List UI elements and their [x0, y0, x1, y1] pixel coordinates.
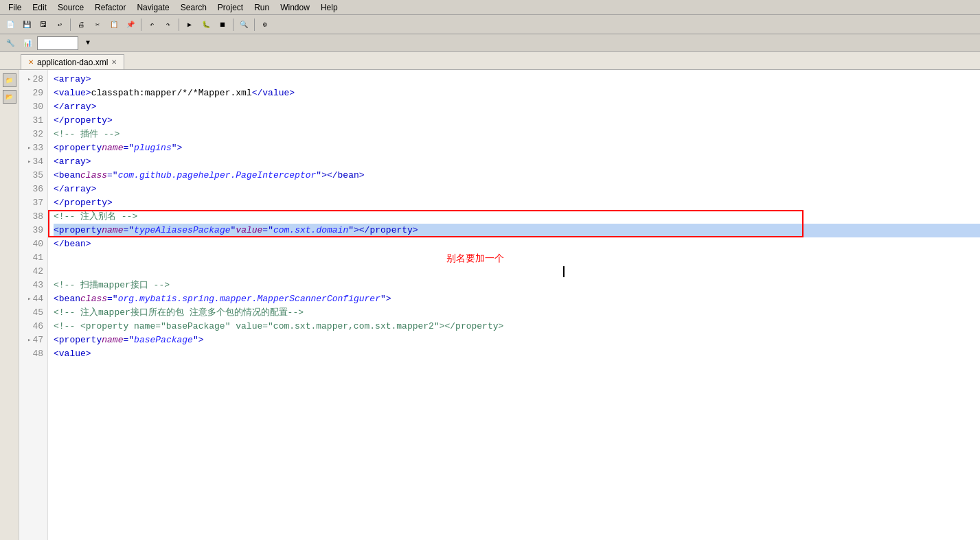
left-panel: 📁 📂 — [0, 70, 19, 540]
line-number-35: 35 — [19, 169, 43, 183]
menu-refactor[interactable]: Refactor — [89, 1, 131, 14]
annotation-text: 别名要加一个 — [446, 251, 504, 265]
toolbar-print[interactable]: 🖨 — [73, 17, 89, 32]
toolbar2-dropdown[interactable]: ▼ — [80, 36, 95, 51]
code-line-29[interactable]: <value>classpath:mapper/*/*Mapper.xml</v… — [54, 86, 980, 100]
toolbar-cut[interactable]: ✂ — [90, 17, 105, 32]
line-numbers: ▸2829303132▸33▸34353637383940414243▸4445… — [19, 70, 48, 540]
sep5 — [254, 19, 255, 31]
line-number-48: 48 — [19, 347, 43, 361]
code-line-35[interactable]: <bean class="com.github.pagehelper.PageI… — [54, 169, 980, 183]
code-line-46[interactable]: <!-- <property name="basePackage" value=… — [54, 320, 980, 333]
xml-file-icon: ✕ — [28, 58, 34, 66]
code-line-34[interactable]: <array> — [54, 155, 980, 169]
code-line-44[interactable]: <bean class="org.mybatis.spring.mapper.M… — [54, 292, 980, 306]
code-line-31[interactable]: </property> — [54, 114, 980, 128]
toolbar-stop[interactable]: ⏹ — [215, 17, 230, 32]
toolbar2-btn1[interactable]: 🔧 — [3, 36, 18, 51]
line-number-29: 29 — [19, 86, 43, 100]
toolbar-revert[interactable]: ↩ — [52, 17, 67, 32]
menu-file[interactable]: File — [3, 1, 27, 14]
line-number-34: ▸34 — [19, 155, 43, 169]
line-number-47: ▸47 — [19, 333, 43, 347]
fold-icon-34[interactable]: ▸ — [27, 155, 31, 169]
toolbar-copy[interactable]: 📋 — [106, 17, 122, 32]
code-line-43[interactable]: <!-- 扫描mapper接口 --> — [54, 279, 980, 292]
tab-bar: ✕ application-dao.xml ✕ — [0, 52, 980, 70]
line-number-32: 32 — [19, 128, 43, 141]
menu-window[interactable]: Window — [275, 1, 315, 14]
toolbar-undo[interactable]: ↶ — [144, 17, 159, 32]
code-line-47[interactable]: <property name="basePackage" > — [54, 333, 980, 347]
line-number-45: 45 — [19, 306, 43, 320]
menu-search[interactable]: Search — [175, 1, 212, 14]
toolbar-save[interactable]: 💾 — [19, 17, 34, 32]
editor-container: 📁 📂 ▸2829303132▸33▸34353637383940414243▸… — [0, 70, 980, 540]
tab-close-btn[interactable]: ✕ — [111, 58, 117, 66]
menu-bar: File Edit Source Refactor Navigate Searc… — [0, 0, 980, 15]
code-area[interactable]: <array> <value>classpath:mapper/*/*Mappe… — [48, 70, 980, 540]
sep1 — [70, 19, 71, 31]
line-number-36: 36 — [19, 183, 43, 196]
line-number-28: ▸28 — [19, 73, 43, 86]
menu-run[interactable]: Run — [249, 1, 275, 14]
menu-project[interactable]: Project — [212, 1, 249, 14]
line-number-40: 40 — [19, 237, 43, 251]
left-panel-btn-2[interactable]: 📂 — [3, 90, 16, 104]
toolbar-main: 📄 💾 🖫 ↩ 🖨 ✂ 📋 📌 ↶ ↷ ▶ 🐛 ⏹ 🔍 ⚙ — [0, 15, 980, 34]
toolbar-secondary: 🔧 📊 ▼ — [0, 34, 980, 52]
code-line-28[interactable]: <array> — [54, 73, 980, 86]
toolbar-redo[interactable]: ↷ — [161, 17, 176, 32]
toolbar-paste[interactable]: 📌 — [123, 17, 138, 32]
line-number-31: 31 — [19, 114, 43, 128]
line-number-43: 43 — [19, 279, 43, 292]
code-line-42[interactable] — [54, 265, 980, 279]
code-line-39[interactable]: <property name="typeAliasesPackage" valu… — [54, 224, 980, 237]
menu-edit[interactable]: Edit — [27, 1, 52, 14]
line-number-44: ▸44 — [19, 292, 43, 306]
sep4 — [233, 19, 233, 31]
fold-icon-47[interactable]: ▸ — [27, 333, 31, 347]
line-number-37: 37 — [19, 196, 43, 210]
toolbar-new[interactable]: 📄 — [3, 17, 18, 32]
fold-icon-44[interactable]: ▸ — [27, 292, 31, 306]
line-number-30: 30 — [19, 100, 43, 114]
toolbar-run[interactable]: ▶ — [182, 17, 197, 32]
tab-application-dao-xml[interactable]: ✕ application-dao.xml ✕ — [21, 54, 124, 69]
branch-selector[interactable] — [37, 36, 78, 50]
line-number-33: ▸33 — [19, 141, 43, 155]
fold-icon-33[interactable]: ▸ — [27, 141, 31, 155]
code-line-30[interactable]: </array> — [54, 100, 980, 114]
menu-help[interactable]: Help — [315, 1, 343, 14]
menu-navigate[interactable]: Navigate — [131, 1, 174, 14]
toolbar2-btn2[interactable]: 📊 — [20, 36, 35, 51]
line-number-46: 46 — [19, 320, 43, 333]
code-line-33[interactable]: <property name="plugins"> — [54, 141, 980, 155]
toolbar-search[interactable]: 🔍 — [236, 17, 251, 32]
line-number-41: 41 — [19, 251, 43, 265]
toolbar-debug[interactable]: 🐛 — [198, 17, 214, 32]
menu-source[interactable]: Source — [52, 1, 89, 14]
text-cursor — [563, 266, 565, 277]
toolbar-save-all[interactable]: 🖫 — [36, 17, 51, 32]
code-line-38[interactable]: <!-- 注入别名 --> — [54, 210, 980, 224]
fold-icon-28[interactable]: ▸ — [27, 73, 31, 86]
code-line-48[interactable]: <value> — [54, 347, 980, 361]
code-line-32[interactable]: <!-- 插件 --> — [54, 128, 980, 141]
sep2 — [141, 19, 141, 31]
code-line-40[interactable]: </bean> — [54, 237, 980, 251]
code-line-41[interactable] — [54, 251, 980, 265]
code-line-37[interactable]: </property> — [54, 196, 980, 210]
code-line-45[interactable]: <!-- 注入mapper接口所在的包 注意多个包的情况的配置--> — [54, 306, 980, 320]
sep3 — [179, 19, 179, 31]
line-number-42: 42 — [19, 265, 43, 279]
tab-label: application-dao.xml — [37, 58, 108, 67]
toolbar-settings[interactable]: ⚙ — [258, 17, 273, 32]
line-number-38: 38 — [19, 210, 43, 224]
left-panel-btn-1[interactable]: 📁 — [3, 73, 16, 87]
line-number-39: 39 — [19, 224, 43, 237]
code-line-36[interactable]: </array> — [54, 183, 980, 196]
